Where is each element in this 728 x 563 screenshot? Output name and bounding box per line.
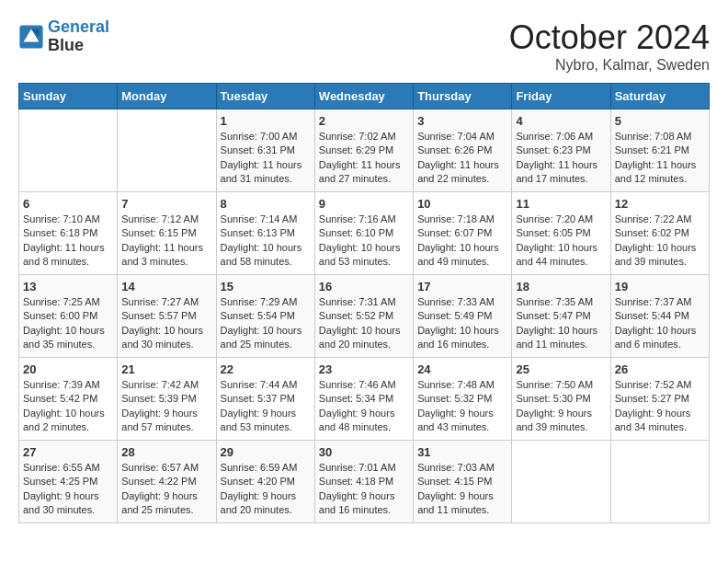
- daylight-text: Daylight: 11 hours and 31 minutes.: [221, 159, 302, 184]
- day-info: Sunrise: 6:59 AMSunset: 4:20 PMDaylight:…: [221, 461, 311, 518]
- sunrise-text: Sunrise: 7:25 AM: [23, 296, 100, 307]
- sunset-text: Sunset: 4:20 PM: [221, 476, 295, 487]
- day-number: 29: [221, 445, 311, 459]
- daylight-text: Daylight: 9 hours and 48 minutes.: [319, 408, 395, 432]
- daylight-text: Daylight: 10 hours and 30 minutes.: [121, 325, 203, 350]
- daylight-text: Daylight: 10 hours and 11 minutes.: [516, 325, 597, 350]
- daylight-text: Daylight: 11 hours and 12 minutes.: [615, 159, 697, 184]
- calendar-cell: 9Sunrise: 7:16 AMSunset: 6:10 PMDaylight…: [314, 192, 413, 275]
- calendar-cell: 8Sunrise: 7:14 AMSunset: 6:13 PMDaylight…: [216, 192, 314, 275]
- day-number: 31: [417, 445, 507, 459]
- calendar-cell: [118, 109, 216, 192]
- day-info: Sunrise: 7:20 AMSunset: 6:05 PMDaylight:…: [516, 213, 606, 270]
- sunrise-text: Sunrise: 7:03 AM: [417, 462, 495, 473]
- sunrise-text: Sunrise: 7:02 AM: [319, 131, 396, 142]
- day-number: 1: [221, 114, 311, 128]
- sunset-text: Sunset: 5:30 PM: [516, 393, 590, 404]
- col-header-sunday: Sunday: [19, 84, 118, 109]
- day-info: Sunrise: 7:03 AMSunset: 4:15 PMDaylight:…: [417, 461, 507, 518]
- calendar-cell: 13Sunrise: 7:25 AMSunset: 6:00 PMDayligh…: [19, 275, 118, 358]
- day-info: Sunrise: 7:35 AMSunset: 5:47 PMDaylight:…: [516, 295, 606, 352]
- calendar-cell: 20Sunrise: 7:39 AMSunset: 5:42 PMDayligh…: [19, 358, 118, 441]
- sunset-text: Sunset: 6:15 PM: [121, 227, 196, 238]
- daylight-text: Daylight: 11 hours and 17 minutes.: [516, 159, 597, 184]
- calendar-cell: 11Sunrise: 7:20 AMSunset: 6:05 PMDayligh…: [512, 192, 610, 275]
- calendar-week-row: 13Sunrise: 7:25 AMSunset: 6:00 PMDayligh…: [19, 275, 710, 358]
- day-number: 14: [121, 280, 211, 293]
- day-info: Sunrise: 7:22 AMSunset: 6:02 PMDaylight:…: [615, 213, 705, 270]
- day-number: 11: [516, 197, 606, 211]
- logo-icon: [18, 24, 44, 50]
- daylight-text: Daylight: 9 hours and 11 minutes.: [417, 490, 494, 515]
- calendar-week-row: 1Sunrise: 7:00 AMSunset: 6:31 PMDaylight…: [19, 109, 710, 192]
- sunset-text: Sunset: 6:18 PM: [23, 227, 97, 238]
- sunset-text: Sunset: 5:47 PM: [516, 310, 590, 321]
- sunrise-text: Sunrise: 7:14 AM: [221, 213, 298, 224]
- title-block: October 2024 Nybro, Kalmar, Sweden: [509, 18, 710, 74]
- sunset-text: Sunset: 6:23 PM: [516, 144, 590, 155]
- day-info: Sunrise: 7:04 AMSunset: 6:26 PMDaylight:…: [417, 130, 507, 187]
- calendar-cell: 24Sunrise: 7:48 AMSunset: 5:32 PMDayligh…: [414, 358, 512, 441]
- day-info: Sunrise: 7:31 AMSunset: 5:52 PMDaylight:…: [319, 295, 409, 352]
- calendar-cell: 1Sunrise: 7:00 AMSunset: 6:31 PMDaylight…: [216, 109, 314, 192]
- sunset-text: Sunset: 4:18 PM: [319, 476, 393, 487]
- sunset-text: Sunset: 5:34 PM: [319, 393, 393, 404]
- daylight-text: Daylight: 9 hours and 57 minutes.: [121, 408, 198, 432]
- day-info: Sunrise: 7:48 AMSunset: 5:32 PMDaylight:…: [417, 378, 507, 435]
- sunset-text: Sunset: 5:52 PM: [319, 310, 393, 321]
- day-number: 21: [121, 362, 211, 376]
- calendar-cell: 10Sunrise: 7:18 AMSunset: 6:07 PMDayligh…: [414, 192, 512, 275]
- sunrise-text: Sunrise: 7:12 AM: [121, 213, 199, 224]
- day-info: Sunrise: 6:55 AMSunset: 4:25 PMDaylight:…: [23, 461, 113, 518]
- day-number: 18: [516, 280, 606, 293]
- sunrise-text: Sunrise: 7:20 AM: [516, 213, 593, 224]
- day-number: 8: [221, 197, 311, 211]
- day-number: 17: [417, 280, 507, 293]
- calendar-cell: 26Sunrise: 7:52 AMSunset: 5:27 PMDayligh…: [610, 358, 709, 441]
- day-info: Sunrise: 7:29 AMSunset: 5:54 PMDaylight:…: [221, 295, 311, 352]
- sunset-text: Sunset: 4:22 PM: [121, 476, 196, 487]
- daylight-text: Daylight: 10 hours and 44 minutes.: [516, 242, 597, 267]
- page-header: General Blue October 2024 Nybro, Kalmar,…: [18, 18, 710, 74]
- sunset-text: Sunset: 5:54 PM: [221, 310, 295, 321]
- calendar-cell: 30Sunrise: 7:01 AMSunset: 4:18 PMDayligh…: [314, 441, 413, 523]
- sunrise-text: Sunrise: 7:27 AM: [121, 296, 199, 307]
- calendar-cell: 3Sunrise: 7:04 AMSunset: 6:26 PMDaylight…: [414, 109, 512, 192]
- calendar-table: SundayMondayTuesdayWednesdayThursdayFrid…: [18, 83, 710, 523]
- day-info: Sunrise: 7:01 AMSunset: 4:18 PMDaylight:…: [319, 461, 409, 518]
- day-info: Sunrise: 7:02 AMSunset: 6:29 PMDaylight:…: [319, 130, 409, 187]
- day-info: Sunrise: 7:10 AMSunset: 6:18 PMDaylight:…: [23, 213, 113, 270]
- day-number: 15: [221, 280, 311, 293]
- sunset-text: Sunset: 5:32 PM: [417, 393, 492, 404]
- daylight-text: Daylight: 10 hours and 25 minutes.: [221, 325, 302, 350]
- calendar-cell: 7Sunrise: 7:12 AMSunset: 6:15 PMDaylight…: [118, 192, 216, 275]
- day-info: Sunrise: 7:46 AMSunset: 5:34 PMDaylight:…: [319, 378, 409, 435]
- calendar-cell: 25Sunrise: 7:50 AMSunset: 5:30 PMDayligh…: [512, 358, 610, 441]
- daylight-text: Daylight: 10 hours and 58 minutes.: [221, 242, 302, 267]
- col-header-saturday: Saturday: [610, 84, 709, 109]
- sunset-text: Sunset: 6:07 PM: [417, 227, 492, 238]
- daylight-text: Daylight: 9 hours and 34 minutes.: [615, 408, 691, 432]
- day-number: 24: [417, 362, 507, 376]
- calendar-cell: 18Sunrise: 7:35 AMSunset: 5:47 PMDayligh…: [512, 275, 610, 358]
- day-number: 16: [319, 280, 409, 293]
- calendar-header-row: SundayMondayTuesdayWednesdayThursdayFrid…: [19, 84, 710, 109]
- daylight-text: Daylight: 11 hours and 27 minutes.: [319, 159, 401, 184]
- daylight-text: Daylight: 11 hours and 3 minutes.: [121, 242, 203, 267]
- sunrise-text: Sunrise: 7:18 AM: [417, 213, 495, 224]
- day-number: 28: [121, 445, 211, 459]
- sunrise-text: Sunrise: 7:48 AM: [417, 379, 495, 390]
- daylight-text: Daylight: 10 hours and 2 minutes.: [23, 408, 105, 432]
- sunrise-text: Sunrise: 7:00 AM: [221, 131, 298, 142]
- day-info: Sunrise: 6:57 AMSunset: 4:22 PMDaylight:…: [121, 461, 211, 518]
- calendar-cell: [610, 441, 709, 523]
- daylight-text: Daylight: 10 hours and 39 minutes.: [615, 242, 697, 267]
- sunset-text: Sunset: 6:26 PM: [417, 144, 492, 155]
- daylight-text: Daylight: 10 hours and 35 minutes.: [23, 325, 105, 350]
- daylight-text: Daylight: 9 hours and 16 minutes.: [319, 490, 395, 515]
- sunrise-text: Sunrise: 7:31 AM: [319, 296, 396, 307]
- calendar-cell: 31Sunrise: 7:03 AMSunset: 4:15 PMDayligh…: [414, 441, 512, 523]
- daylight-text: Daylight: 9 hours and 30 minutes.: [23, 490, 99, 515]
- day-info: Sunrise: 7:25 AMSunset: 6:00 PMDaylight:…: [23, 295, 113, 352]
- sunset-text: Sunset: 4:25 PM: [23, 476, 97, 487]
